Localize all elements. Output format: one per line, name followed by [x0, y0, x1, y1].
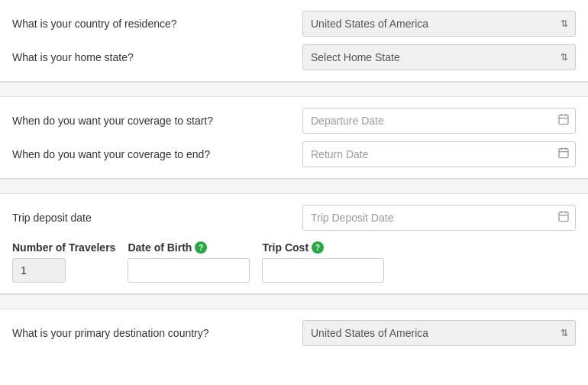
- trip-deposit-row: Trip deposit date: [12, 205, 576, 231]
- coverage-start-label: When do you want your coverage to start?: [12, 115, 302, 127]
- destination-row: What is your primary destination country…: [12, 320, 576, 346]
- trip-deposit-wrapper: [302, 205, 576, 231]
- home-state-label: What is your home state?: [12, 51, 302, 63]
- country-select[interactable]: United States of America: [302, 11, 576, 37]
- trip-cost-help-icon[interactable]: ?: [312, 241, 324, 254]
- trip-cost-col: Trip Cost ?: [262, 241, 384, 283]
- return-date-input[interactable]: [302, 141, 576, 167]
- form-container: What is your country of residence? Unite…: [0, 0, 588, 357]
- coverage-section: When do you want your coverage to start?…: [0, 97, 588, 179]
- travelers-stepper-wrapper: 1 2 3 4 5: [12, 258, 66, 283]
- dob-help-icon[interactable]: ?: [195, 241, 207, 254]
- divider-1: [0, 82, 588, 97]
- travelers-columns: Number of Travelers 1 2 3 4 5 Date of Bi…: [12, 241, 576, 283]
- dob-col: Date of Birth ?: [128, 241, 250, 283]
- trip-deposit-input[interactable]: [302, 205, 576, 231]
- trip-cost-col-label: Trip Cost ?: [262, 241, 384, 254]
- trip-section: Trip deposit date Number of Travelers: [0, 194, 588, 294]
- dob-col-label: Date of Birth ?: [128, 241, 250, 254]
- travelers-stepper[interactable]: 1 2 3 4 5: [12, 258, 66, 283]
- home-state-row: What is your home state? Select Home Sta…: [12, 44, 576, 70]
- trip-cost-label-text: Trip Cost: [262, 241, 309, 254]
- return-date-wrapper: [302, 141, 576, 167]
- divider-2: [0, 179, 588, 194]
- dob-input[interactable]: [128, 258, 250, 283]
- coverage-end-row: When do you want your coverage to end?: [12, 141, 576, 167]
- country-label: What is your country of residence?: [12, 18, 302, 30]
- country-row: What is your country of residence? Unite…: [12, 11, 576, 37]
- home-state-select[interactable]: Select Home State: [302, 44, 576, 70]
- departure-date-input[interactable]: [302, 108, 576, 134]
- destination-select[interactable]: United States of America: [302, 320, 576, 346]
- coverage-end-label: When do you want your coverage to end?: [12, 148, 302, 160]
- trip-deposit-label: Trip deposit date: [12, 212, 302, 224]
- residence-section: What is your country of residence? Unite…: [0, 0, 588, 82]
- home-state-select-wrapper: Select Home State ⇅: [302, 44, 576, 70]
- destination-section: What is your primary destination country…: [0, 309, 588, 357]
- num-travelers-col: Number of Travelers 1 2 3 4 5: [12, 241, 115, 283]
- destination-label: What is your primary destination country…: [12, 327, 302, 339]
- divider-3: [0, 294, 588, 309]
- trip-cost-input[interactable]: [262, 258, 384, 283]
- coverage-start-row: When do you want your coverage to start?: [12, 108, 576, 134]
- num-travelers-col-label: Number of Travelers: [12, 241, 115, 254]
- country-select-wrapper: United States of America ⇅: [302, 11, 576, 37]
- dob-label-text: Date of Birth: [128, 241, 192, 254]
- destination-select-wrapper: United States of America ⇅: [302, 320, 576, 346]
- departure-date-wrapper: [302, 108, 576, 134]
